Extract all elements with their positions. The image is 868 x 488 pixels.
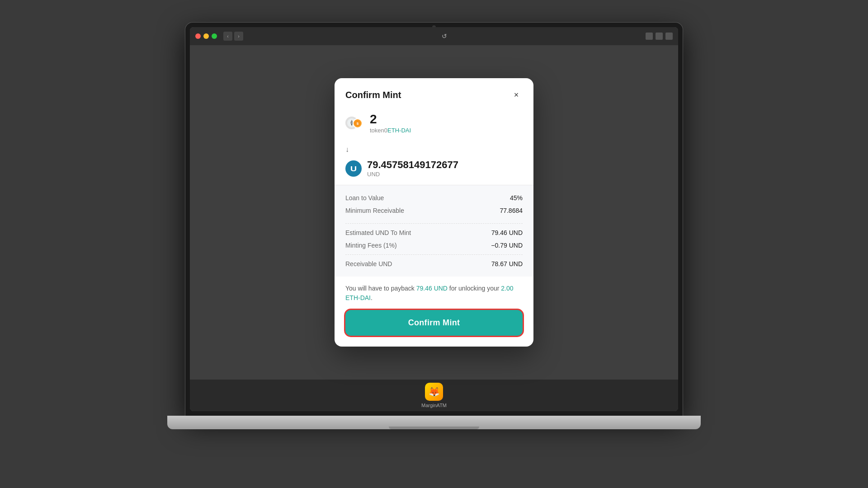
receivable-und-row: Receivable UND 78.67 UND <box>345 260 523 267</box>
receivable-und-label: Receivable UND <box>345 260 392 267</box>
loan-to-value-value: 45% <box>510 194 523 202</box>
dock-app-marginatm[interactable]: 🦊 MarginATM <box>421 383 447 408</box>
laptop-screen: ‹ › ↺ C <box>190 27 678 411</box>
modal-overlay: Confirm Mint × <box>190 45 678 380</box>
modal-close-button[interactable]: × <box>510 89 523 102</box>
loan-to-value-label: Loan to Value <box>345 194 384 202</box>
svg-point-3 <box>348 163 359 174</box>
modal-header: Confirm Mint × <box>335 78 533 109</box>
red-arrow-annotation <box>335 283 344 319</box>
dock-app-label: MarginATM <box>421 403 447 408</box>
refresh-button[interactable]: ↺ <box>440 32 449 41</box>
macos-dock: 🦊 MarginATM <box>190 380 678 411</box>
estimated-und-label: Estimated UND To Mint <box>345 229 411 236</box>
input-token-amount: 2 <box>370 113 523 127</box>
titlebar-center: ↺ <box>246 32 643 41</box>
receivable-und-value: 78.67 UND <box>491 260 523 267</box>
minimum-receivable-label: Minimum Receivable <box>345 207 404 214</box>
info-highlight-amount: 79.46 UND <box>416 285 448 292</box>
minting-fees-value: −0.79 UND <box>491 242 523 249</box>
info-text-section: You will have to payback 79.46 UND for u… <box>335 277 533 310</box>
token-icon-dai: $ <box>353 118 363 128</box>
confirm-button-wrapper: Confirm Mint <box>335 310 533 347</box>
arrow-down-icon: ↓ <box>335 144 533 155</box>
info-text-middle: for unlocking your <box>448 285 501 292</box>
titlebar-icon-3 <box>665 33 673 40</box>
estimated-und-value: 79.46 UND <box>491 229 523 236</box>
details-section: Loan to Value 45% Minimum Receivable 77.… <box>335 185 533 277</box>
dock-app-icon: 🦊 <box>425 383 443 401</box>
input-token-row: $ 2 token0ETH-DAI <box>345 113 523 134</box>
input-token-name: token0ETH-DAI <box>370 127 523 134</box>
minimum-receivable-row: Minimum Receivable 77.8684 <box>345 207 523 214</box>
screen-bezel: ‹ › ↺ C <box>185 23 683 416</box>
laptop-base <box>167 416 701 429</box>
loan-to-value-row: Loan to Value 45% <box>345 194 523 202</box>
confirm-mint-modal: Confirm Mint × <box>335 78 533 347</box>
input-token-info: 2 token0ETH-DAI <box>370 113 523 134</box>
output-token-row: 79.45758149172677 UND <box>335 155 533 185</box>
estimated-und-row: Estimated UND To Mint 79.46 UND <box>345 223 523 236</box>
titlebar-icon-2 <box>656 33 663 40</box>
und-token-icon <box>345 160 362 177</box>
titlebar-nav: ‹ › <box>223 32 243 41</box>
titlebar-right <box>646 33 673 40</box>
svg-text:$: $ <box>357 122 359 126</box>
minting-fees-row: Minting Fees (1%) −0.79 UND <box>345 242 523 255</box>
info-text-suffix: . <box>371 294 373 301</box>
traffic-light-green[interactable] <box>212 33 217 39</box>
und-token-info: 79.45758149172677 UND <box>367 159 523 178</box>
traffic-light-red[interactable] <box>195 33 201 39</box>
nav-forward-button[interactable]: › <box>234 32 243 41</box>
nav-back-button[interactable]: ‹ <box>223 32 232 41</box>
output-token-symbol: UND <box>367 171 523 178</box>
confirm-mint-button[interactable]: Confirm Mint <box>345 310 523 336</box>
input-token-section: $ 2 token0ETH-DAI <box>335 109 533 144</box>
minting-fees-label: Minting Fees (1%) <box>345 242 397 249</box>
screen-content: Confirm Mint × <box>190 45 678 380</box>
output-token-amount: 79.45758149172677 <box>367 159 523 171</box>
token-icons: $ <box>345 116 365 130</box>
laptop-frame: ‹ › ↺ C <box>167 23 701 465</box>
macos-titlebar: ‹ › ↺ <box>190 27 678 45</box>
modal-title: Confirm Mint <box>345 90 401 100</box>
minimum-receivable-value: 77.8684 <box>500 207 523 214</box>
traffic-light-yellow[interactable] <box>203 33 209 39</box>
info-text-prefix: You will have to payback <box>345 285 416 292</box>
titlebar-icon-1 <box>646 33 653 40</box>
